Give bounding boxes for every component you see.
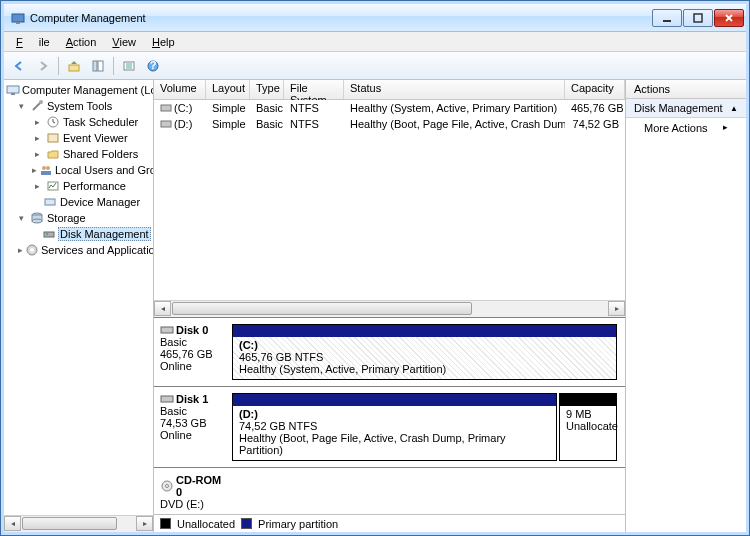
- tree-root[interactable]: Computer Management (Local: [4, 82, 153, 98]
- svg-rect-2: [663, 20, 671, 22]
- disk-info: Disk 0 Basic 465,76 GB Online: [160, 324, 228, 380]
- tree-services-apps[interactable]: ▸Services and Applications: [4, 242, 153, 258]
- volume-list[interactable]: (C:) Simple Basic NTFS Healthy (System, …: [154, 100, 625, 300]
- maximize-button[interactable]: [683, 9, 713, 27]
- disk-info: Disk 1 Basic 74,53 GB Online: [160, 393, 228, 461]
- actions-pane: Actions Disk Management ▲ More Actions ▸: [626, 80, 746, 532]
- forward-button[interactable]: [32, 55, 54, 77]
- tree-local-users[interactable]: ▸Local Users and Groups: [4, 162, 153, 178]
- tree-event-viewer[interactable]: ▸Event Viewer: [4, 130, 153, 146]
- svg-point-32: [166, 485, 169, 488]
- actions-more[interactable]: More Actions ▸: [626, 118, 746, 138]
- tree-device-manager[interactable]: Device Manager: [4, 194, 153, 210]
- tree-shared-folders[interactable]: ▸Shared Folders: [4, 146, 153, 162]
- svg-rect-3: [694, 14, 702, 22]
- svg-rect-19: [45, 199, 55, 205]
- window: Computer Management File Action View Hel…: [0, 0, 750, 536]
- up-button[interactable]: [63, 55, 85, 77]
- expand-icon[interactable]: ▸: [32, 117, 43, 128]
- event-icon: [45, 130, 61, 146]
- svg-rect-27: [161, 105, 171, 111]
- partition[interactable]: (D:) 74,52 GB NTFS Healthy (Boot, Page F…: [232, 393, 557, 461]
- svg-point-15: [42, 166, 46, 170]
- titlebar[interactable]: Computer Management: [4, 4, 746, 32]
- show-hide-button[interactable]: [87, 55, 109, 77]
- content-area: Computer Management (Local ▾ System Tool…: [4, 80, 746, 532]
- col-fs[interactable]: File System: [284, 80, 344, 99]
- svg-rect-28: [161, 121, 171, 127]
- disk-icon: [160, 393, 174, 405]
- refresh-button[interactable]: [118, 55, 140, 77]
- services-icon: [25, 242, 39, 258]
- menu-action[interactable]: Action: [58, 34, 105, 50]
- scroll-right-button[interactable]: ▸: [608, 301, 625, 316]
- window-title: Computer Management: [30, 12, 651, 24]
- tree-hscrollbar[interactable]: ◂ ▸: [4, 515, 153, 532]
- volume-list-header: Volume Layout Type File System Status Ca…: [154, 80, 625, 100]
- tree-disk-management[interactable]: Disk Management: [4, 226, 153, 242]
- svg-point-12: [39, 100, 43, 104]
- close-button[interactable]: [714, 9, 744, 27]
- scroll-thumb[interactable]: [172, 302, 472, 315]
- col-type[interactable]: Type: [250, 80, 284, 99]
- actions-header: Actions: [626, 80, 746, 99]
- perf-icon: [45, 178, 61, 194]
- chevron-right-icon: ▸: [723, 122, 728, 134]
- toolbar: ?: [4, 52, 746, 80]
- col-layout[interactable]: Layout: [206, 80, 250, 99]
- partition-unallocated[interactable]: 9 MB Unallocate: [559, 393, 617, 461]
- nav-tree[interactable]: Computer Management (Local ▾ System Tool…: [4, 80, 154, 532]
- expand-icon[interactable]: ▸: [32, 165, 37, 176]
- minimize-button[interactable]: [652, 9, 682, 27]
- tree-storage[interactable]: ▾Storage: [4, 210, 153, 226]
- menu-help[interactable]: Help: [144, 34, 183, 50]
- help-button[interactable]: ?: [142, 55, 164, 77]
- legend: Unallocated Primary partition: [154, 514, 625, 532]
- expand-icon[interactable]: ▸: [32, 149, 43, 160]
- disk-row[interactable]: CD-ROM 0 DVD (E:) No Media: [154, 467, 625, 514]
- col-capacity[interactable]: Capacity: [565, 80, 625, 99]
- svg-text:?: ?: [150, 59, 157, 71]
- svg-rect-17: [41, 171, 51, 175]
- collapse-icon[interactable]: ▾: [16, 213, 27, 224]
- col-volume[interactable]: Volume: [154, 80, 206, 99]
- scroll-left-button[interactable]: ◂: [4, 516, 21, 531]
- table-row[interactable]: (D:) Simple Basic NTFS Healthy (Boot, Pa…: [154, 116, 625, 132]
- users-icon: [39, 162, 53, 178]
- expand-icon[interactable]: ▸: [18, 245, 23, 256]
- expand-icon[interactable]: ▸: [32, 133, 43, 144]
- tree-performance[interactable]: ▸Performance: [4, 178, 153, 194]
- actions-section[interactable]: Disk Management ▲: [626, 99, 746, 118]
- disk-row[interactable]: Disk 1 Basic 74,53 GB Online (D:) 74,52 …: [154, 386, 625, 467]
- partition[interactable]: (C:) 465,76 GB NTFS Healthy (System, Act…: [232, 324, 617, 380]
- svg-point-16: [46, 166, 50, 170]
- menu-file[interactable]: File: [8, 34, 58, 50]
- table-row[interactable]: (C:) Simple Basic NTFS Healthy (System, …: [154, 100, 625, 116]
- disk-graphical-view[interactable]: Disk 0 Basic 465,76 GB Online (C:) 465,7…: [154, 317, 625, 514]
- disk-row[interactable]: Disk 0 Basic 465,76 GB Online (C:) 465,7…: [154, 317, 625, 386]
- scroll-left-button[interactable]: ◂: [154, 301, 171, 316]
- list-hscrollbar[interactable]: ◂ ▸: [154, 300, 625, 317]
- tools-icon: [29, 98, 45, 114]
- expand-icon[interactable]: ▸: [32, 181, 43, 192]
- menu-view[interactable]: View: [104, 34, 144, 50]
- col-status[interactable]: Status: [344, 80, 565, 99]
- device-icon: [42, 194, 58, 210]
- back-button[interactable]: [8, 55, 30, 77]
- tree-task-scheduler[interactable]: ▸Task Scheduler: [4, 114, 153, 130]
- collapse-icon[interactable]: ▲: [730, 104, 738, 113]
- menubar: File Action View Help: [4, 32, 746, 52]
- disk-icon: [42, 226, 56, 242]
- legend-swatch-unallocated: [160, 518, 171, 529]
- tree-system-tools[interactable]: ▾ System Tools: [4, 98, 153, 114]
- svg-point-24: [46, 233, 48, 235]
- volume-icon: [160, 118, 172, 130]
- scroll-right-button[interactable]: ▸: [136, 516, 153, 531]
- collapse-icon[interactable]: ▾: [16, 101, 27, 112]
- folder-icon: [45, 146, 61, 162]
- scroll-thumb[interactable]: [22, 517, 117, 530]
- storage-icon: [29, 210, 45, 226]
- legend-label: Unallocated: [177, 518, 235, 530]
- svg-point-26: [30, 248, 34, 252]
- svg-rect-5: [93, 61, 97, 71]
